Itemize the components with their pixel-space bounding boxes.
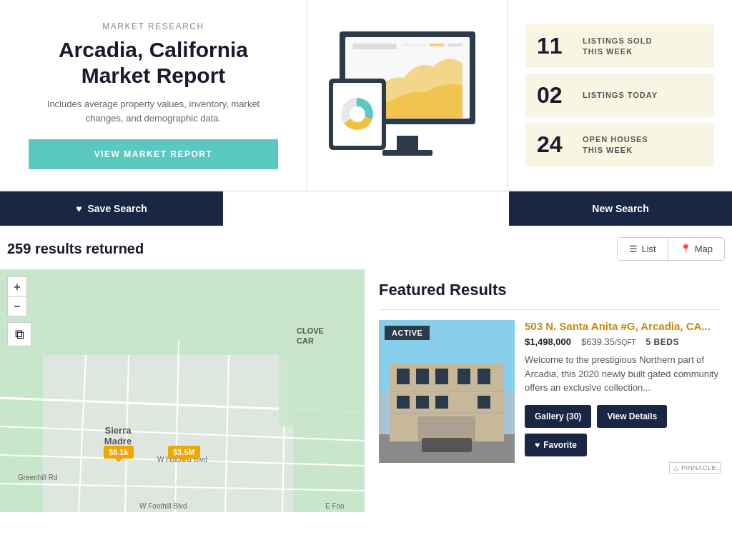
listing-info: 503 N. Santa Anita #G, Arcadia, CA... $1… <box>525 320 721 474</box>
stat-label-today: LISTINGS TODAY <box>583 90 658 100</box>
zoom-in-button[interactable]: + <box>7 276 27 296</box>
svg-rect-40 <box>418 416 475 441</box>
market-desc: Includes average property values, invent… <box>29 97 278 125</box>
svg-text:Madre: Madre <box>104 436 132 446</box>
zoom-out-button[interactable]: − <box>7 296 27 316</box>
listing-divider <box>379 309 721 310</box>
svg-rect-34 <box>458 369 470 384</box>
price-tag-2: $3.5M <box>168 446 200 459</box>
list-icon: ☰ <box>629 244 638 254</box>
action-buttons: ♥ Save Search New Search <box>0 191 732 226</box>
featured-section: Featured Results <box>365 269 732 512</box>
main-content: Sierra Madre Greenhill Rd W Hillcrest Bl… <box>0 269 732 512</box>
map-layers-button[interactable]: ⧉ <box>7 322 31 346</box>
svg-text:Greenhill Rd: Greenhill Rd <box>18 474 58 481</box>
pinnacle-text: △ PINNACLE <box>669 462 721 474</box>
save-search-label: Save Search <box>88 203 147 214</box>
listing-image: ACTIVE <box>379 320 515 463</box>
pinnacle-logo: △ PINNACLE <box>525 462 721 474</box>
results-count: 259 results returned <box>7 241 144 257</box>
market-report-illustration <box>307 0 508 191</box>
listing-description: Welcome to the prestigious Northern part… <box>525 353 721 395</box>
svg-text:W Foothill Blvd: W Foothill Blvd <box>139 502 187 510</box>
market-label: MARKET RESEARCH <box>29 21 278 31</box>
listing-price-row: $1,498,000 $639.35/SQFT 5 BEDS <box>525 336 721 347</box>
svg-rect-33 <box>435 369 448 384</box>
svg-rect-1 <box>352 43 396 49</box>
market-report-left: MARKET RESEARCH Arcadia, California Mark… <box>0 0 307 191</box>
market-title: Arcadia, California Market Report <box>29 37 278 89</box>
svg-rect-36 <box>397 396 410 409</box>
svg-rect-3 <box>429 43 443 46</box>
map-background: Sierra Madre Greenhill Rd W Hillcrest Bl… <box>0 269 365 512</box>
save-search-button[interactable]: ♥ Save Search <box>0 191 223 226</box>
view-report-button[interactable]: VIEW MARKET REPORT <box>29 139 278 169</box>
view-toggle: ☰ List 📍 Map <box>617 237 725 261</box>
map-pin-icon: 📍 <box>680 244 691 254</box>
listing-card: ACTIVE 503 N. Santa Anita #G, Arcadia, C… <box>379 320 721 474</box>
stat-label-open: OPEN HOUSESTHIS WEEK <box>583 134 648 155</box>
monitor-stand <box>397 136 418 150</box>
svg-rect-32 <box>416 369 429 384</box>
map-section[interactable]: Sierra Madre Greenhill Rd W Hillcrest Bl… <box>0 269 365 512</box>
view-details-button[interactable]: View Details <box>597 405 667 428</box>
price-tag-1: $8.1k <box>104 446 134 459</box>
svg-rect-4 <box>447 43 462 46</box>
svg-rect-37 <box>416 396 429 409</box>
heart-icon: ♥ <box>535 440 540 450</box>
svg-rect-43 <box>422 438 472 452</box>
new-search-label: New Search <box>592 203 648 214</box>
listing-beds: 5 BEDS <box>646 337 679 347</box>
listing-sqft-price: $639.35/SQFT <box>581 336 635 347</box>
svg-rect-38 <box>435 396 448 409</box>
svg-rect-39 <box>478 396 490 409</box>
listing-actions: Gallery (30) View Details ♥ Favorite <box>525 405 721 456</box>
stat-open-houses: 24 OPEN HOUSESTHIS WEEK <box>525 123 714 166</box>
heart-icon: ♥ <box>76 203 81 214</box>
pinnacle-icon: △ <box>673 464 681 471</box>
svg-text:E Foo: E Foo <box>325 502 345 510</box>
stat-number-today: 02 <box>537 82 573 109</box>
monitor-base <box>382 150 432 156</box>
listing-address: 503 N. Santa Anita #G, Arcadia, CA... <box>525 320 721 332</box>
header-section: MARKET RESEARCH Arcadia, California Mark… <box>0 0 732 191</box>
new-search-button[interactable]: New Search <box>509 191 732 226</box>
tablet-graphic <box>329 79 386 150</box>
map-label: Map <box>695 244 713 254</box>
stat-listings-sold: 11 LISTINGS SOLDTHIS WEEK <box>525 24 714 68</box>
stat-label-sold: LISTINGS SOLDTHIS WEEK <box>583 36 652 56</box>
svg-rect-35 <box>478 369 490 384</box>
layers-icon: ⧉ <box>15 327 24 342</box>
featured-title: Featured Results <box>379 281 721 299</box>
svg-text:CLOVE: CLOVE <box>297 326 324 335</box>
map-controls: + − ⧉ <box>7 276 31 346</box>
svg-text:Sierra: Sierra <box>105 425 132 436</box>
stat-number-sold: 11 <box>537 33 573 59</box>
donut-chart <box>341 98 373 130</box>
favorite-button[interactable]: ♥ Favorite <box>525 434 587 456</box>
map-view-button[interactable]: 📍 Map <box>668 238 724 260</box>
listing-price: $1,498,000 <box>525 336 571 347</box>
svg-rect-31 <box>397 369 410 384</box>
svg-text:CAR: CAR <box>297 336 314 345</box>
list-view-button[interactable]: ☰ List <box>618 238 668 260</box>
monitor-graphic <box>329 31 486 160</box>
svg-rect-2 <box>403 43 425 46</box>
list-label: List <box>641 244 656 254</box>
button-spacer <box>223 191 509 226</box>
stat-number-open: 24 <box>537 131 573 158</box>
stat-listings-today: 02 LISTINGS TODAY <box>525 74 714 117</box>
results-bar: 259 results returned ☰ List 📍 Map <box>0 226 732 269</box>
stats-section: 11 LISTINGS SOLDTHIS WEEK 02 LISTINGS TO… <box>508 0 732 191</box>
active-badge: ACTIVE <box>385 326 430 340</box>
gallery-button[interactable]: Gallery (30) <box>525 405 591 428</box>
